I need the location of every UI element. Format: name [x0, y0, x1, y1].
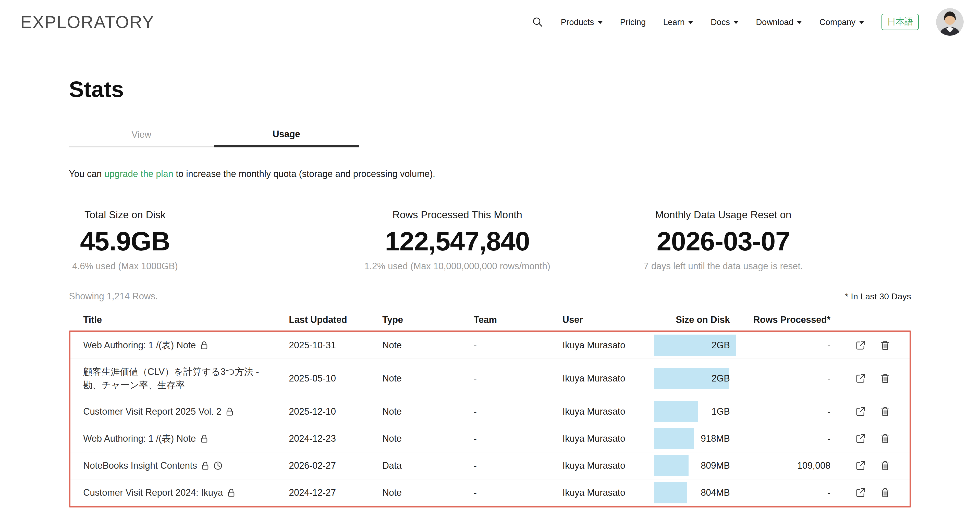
- row-title-link[interactable]: 顧客生涯価値（CLV）を計算する3つ方法 - 勘、チャーン率、生存率: [83, 359, 289, 398]
- row-size-on-disk: 804MB: [654, 482, 736, 503]
- row-team: -: [474, 373, 563, 384]
- stat-subtext: 4.6% used (Max 1000GB): [15, 261, 235, 272]
- stat-value: 122,547,840: [348, 227, 567, 255]
- delete-button[interactable]: [880, 433, 891, 444]
- table-meta-row: Showing 1,214 Rows. * In Last 30 Days: [69, 291, 911, 302]
- row-type: Note: [382, 487, 474, 498]
- row-actions: [837, 340, 910, 351]
- row-title-link[interactable]: Web Authoring: 1 /(表) Note: [83, 426, 289, 451]
- nav-item-pricing[interactable]: Pricing: [620, 17, 646, 27]
- upgrade-plan-link[interactable]: upgrade the plan: [104, 169, 173, 179]
- row-count-label: Showing 1,214 Rows.: [69, 291, 158, 302]
- stat-block-2: Rows Processed This Month122,547,8401.2%…: [348, 209, 567, 272]
- chevron-down-icon: [859, 21, 864, 24]
- delete-button[interactable]: [880, 406, 891, 417]
- lock-icon: [226, 407, 234, 416]
- open-external-button[interactable]: [855, 487, 866, 498]
- stat-value: 45.9GB: [15, 227, 235, 255]
- row-team: -: [474, 340, 563, 350]
- row-actions: [837, 487, 910, 498]
- row-title-link[interactable]: Customer Visit Report 2024: Ikuya: [83, 480, 289, 506]
- nav-item-products[interactable]: Products: [561, 17, 603, 27]
- nav-item-docs[interactable]: Docs: [711, 17, 738, 27]
- stat-label: Rows Processed This Month: [348, 209, 567, 221]
- row-actions: [837, 406, 910, 417]
- row-type: Note: [382, 373, 474, 384]
- delete-button[interactable]: [880, 340, 891, 351]
- nav-item-learn[interactable]: Learn: [663, 17, 693, 27]
- row-rows-processed: 109,008: [736, 460, 837, 471]
- column-header-user[interactable]: User: [563, 314, 654, 325]
- delete-button[interactable]: [880, 373, 891, 384]
- chevron-down-icon: [797, 21, 802, 24]
- stat-subtext: 7 days left until the data usage is rese…: [614, 261, 833, 272]
- row-last-updated: 2024-12-27: [289, 487, 382, 498]
- row-type: Data: [382, 460, 474, 471]
- row-actions: [837, 460, 910, 471]
- row-rows-processed: -: [736, 373, 837, 384]
- open-external-button[interactable]: [855, 406, 866, 417]
- column-header-title[interactable]: Title: [83, 314, 289, 325]
- row-team: -: [474, 460, 563, 471]
- size-label: 918MB: [701, 428, 730, 449]
- nav-item-company[interactable]: Company: [819, 17, 864, 27]
- size-label: 804MB: [701, 482, 730, 503]
- lock-icon: [200, 434, 208, 443]
- clock-icon: [213, 461, 223, 470]
- row-type: Note: [382, 433, 474, 444]
- row-type: Note: [382, 340, 474, 350]
- row-title-link[interactable]: Web Authoring: 1 /(表) Note: [83, 333, 289, 358]
- top-navbar: EXPLORATORY ProductsPricingLearnDocsDown…: [0, 0, 980, 44]
- stat-label: Monthly Data Usage Reset on: [614, 209, 833, 221]
- usage-stats-row: Total Size on Disk45.9GB4.6% used (Max 1…: [69, 209, 911, 272]
- page-title: Stats: [69, 77, 911, 101]
- size-bar: [654, 401, 698, 422]
- row-title-link[interactable]: NoteBooks Insight Contents: [83, 453, 289, 478]
- size-bar: [654, 455, 689, 476]
- row-rows-processed: -: [736, 340, 837, 350]
- row-team: -: [474, 433, 563, 444]
- search-icon[interactable]: [531, 16, 543, 28]
- open-external-button[interactable]: [855, 460, 866, 471]
- size-label: 1GB: [711, 401, 730, 422]
- delete-button[interactable]: [880, 460, 891, 471]
- open-external-button[interactable]: [855, 340, 866, 351]
- row-user: Ikuya Murasato: [563, 487, 654, 498]
- row-last-updated: 2026-02-27: [289, 460, 382, 471]
- quota-note-suffix: to increase the monthly quota (storage a…: [173, 169, 435, 179]
- row-user: Ikuya Murasato: [563, 460, 654, 471]
- size-label: 2GB: [711, 368, 730, 389]
- row-title-link[interactable]: Customer Visit Report 2025 Vol. 2: [83, 399, 289, 424]
- highlighted-table-body: Web Authoring: 1 /(表) Note2025-10-31Note…: [69, 330, 911, 507]
- tab-usage[interactable]: Usage: [214, 123, 359, 147]
- table-row: Customer Visit Report 2025 Vol. 22025-12…: [70, 398, 910, 425]
- row-team: -: [474, 406, 563, 417]
- row-user: Ikuya Murasato: [563, 373, 654, 384]
- exploratory-logo[interactable]: EXPLORATORY: [21, 12, 154, 32]
- size-label: 809MB: [701, 455, 730, 476]
- open-external-button[interactable]: [855, 373, 866, 384]
- stat-block-3: Monthly Data Usage Reset on2026-03-077 d…: [614, 209, 833, 272]
- row-size-on-disk: 1GB: [654, 401, 736, 422]
- language-toggle-button[interactable]: 日本語: [881, 14, 919, 30]
- column-header-type[interactable]: Type: [382, 314, 474, 325]
- lock-icon: [227, 488, 235, 497]
- delete-button[interactable]: [880, 487, 891, 498]
- lock-icon: [200, 341, 208, 350]
- stat-subtext: 1.2% used (Max 10,000,000,000 rows/month…: [348, 261, 567, 272]
- column-header-rows-processed[interactable]: Rows Processed*: [736, 314, 837, 325]
- row-user: Ikuya Murasato: [563, 433, 654, 444]
- open-external-button[interactable]: [855, 433, 866, 444]
- column-header-team[interactable]: Team: [474, 314, 563, 325]
- table-header-row: TitleLast UpdatedTypeTeamUserSize on Dis…: [69, 313, 911, 327]
- row-rows-processed: -: [736, 406, 837, 417]
- row-rows-processed: -: [736, 487, 837, 498]
- column-header-size-on-disk[interactable]: Size on Disk: [654, 314, 736, 325]
- user-avatar[interactable]: [936, 8, 964, 36]
- row-last-updated: 2025-12-10: [289, 406, 382, 417]
- tab-view[interactable]: View: [69, 123, 214, 147]
- column-header-last-updated[interactable]: Last Updated: [289, 314, 382, 325]
- lock-icon: [201, 461, 209, 470]
- nav-item-download[interactable]: Download: [756, 17, 802, 27]
- row-actions: [837, 373, 910, 384]
